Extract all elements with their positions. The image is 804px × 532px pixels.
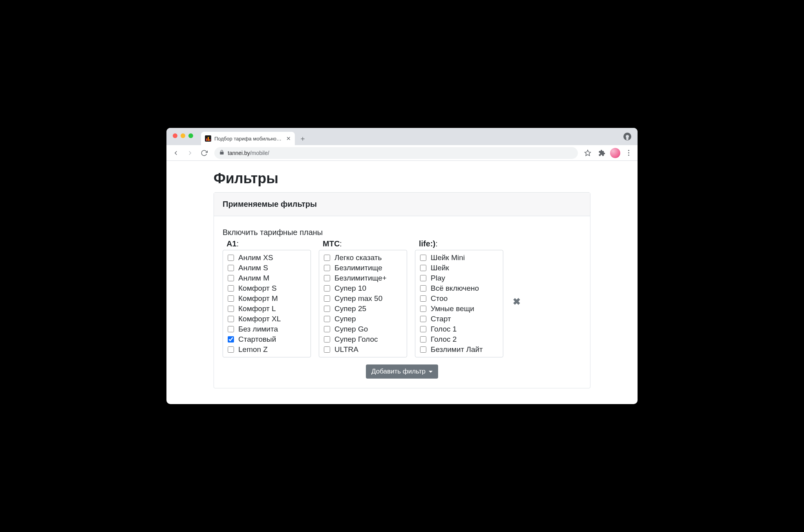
plan-label[interactable]: Супер bbox=[334, 315, 356, 323]
bookmark-star-button[interactable] bbox=[582, 147, 594, 159]
plan-checkbox[interactable] bbox=[420, 306, 426, 312]
add-filter-label: Добавить фильтр bbox=[371, 368, 426, 375]
plan-label[interactable]: Комфорт L bbox=[238, 304, 276, 313]
nav-back-button[interactable] bbox=[170, 147, 182, 159]
maximize-window-button[interactable] bbox=[188, 133, 193, 138]
plan-item: Безлимит Лайт bbox=[418, 344, 500, 355]
filters-card: Применяемые фильтры Включить тарифные пл… bbox=[214, 192, 590, 388]
plan-label[interactable]: Анлим M bbox=[238, 274, 269, 282]
plan-checkbox[interactable] bbox=[228, 265, 234, 271]
plan-item: Супер Go bbox=[322, 324, 404, 334]
plan-item: Шейк Mini bbox=[418, 253, 500, 263]
plan-label[interactable]: Комфорт S bbox=[238, 284, 277, 293]
plan-label[interactable]: Легко сказать bbox=[334, 253, 382, 262]
plan-item: Анлим XS bbox=[226, 253, 307, 263]
plan-checkbox[interactable] bbox=[228, 346, 234, 353]
plan-checkbox[interactable] bbox=[420, 275, 426, 281]
plan-checkbox[interactable] bbox=[420, 316, 426, 322]
plan-label[interactable]: Анлим S bbox=[238, 264, 268, 272]
browser-tab[interactable]: Подбор тарифа мобильного о ✕ bbox=[201, 132, 295, 145]
plan-item: Голос 2 bbox=[418, 334, 500, 344]
minimize-window-button[interactable] bbox=[181, 133, 185, 138]
card-header: Применяемые фильтры bbox=[214, 193, 590, 216]
plan-checkbox[interactable] bbox=[324, 295, 330, 302]
plan-label[interactable]: Голос 2 bbox=[431, 335, 457, 344]
plan-checkbox[interactable] bbox=[228, 285, 234, 292]
plan-checkbox[interactable] bbox=[420, 295, 426, 302]
plan-checkbox[interactable] bbox=[228, 295, 234, 302]
plan-label[interactable]: ULTRA bbox=[334, 345, 358, 354]
plan-label[interactable]: Супер max 50 bbox=[334, 294, 382, 303]
plan-label[interactable]: Стартовый bbox=[238, 335, 276, 344]
plan-label[interactable]: Умные вещи bbox=[431, 304, 474, 313]
plan-label[interactable]: Супер Go bbox=[334, 325, 368, 333]
reload-button[interactable] bbox=[198, 147, 210, 159]
close-window-button[interactable] bbox=[173, 133, 177, 138]
remove-filter-button[interactable]: ✖ bbox=[513, 296, 521, 307]
nav-forward-button[interactable] bbox=[184, 147, 196, 159]
close-tab-button[interactable]: ✕ bbox=[286, 136, 291, 141]
plan-checkbox[interactable] bbox=[420, 265, 426, 271]
plan-item: Старт bbox=[418, 314, 500, 324]
plan-checkbox[interactable] bbox=[324, 275, 330, 281]
plan-checkbox[interactable] bbox=[228, 336, 234, 343]
profile-icon[interactable] bbox=[623, 133, 631, 140]
plan-label[interactable]: Супер 10 bbox=[334, 284, 366, 293]
plan-checkbox[interactable] bbox=[324, 316, 330, 322]
extensions-button[interactable] bbox=[596, 147, 608, 159]
plan-label[interactable]: Комфорт XL bbox=[238, 315, 281, 323]
plan-item: Комфорт XL bbox=[226, 314, 307, 324]
plan-label[interactable]: Безлимитище+ bbox=[334, 274, 387, 282]
new-tab-button[interactable]: ＋ bbox=[297, 133, 308, 144]
plan-checkbox[interactable] bbox=[228, 255, 234, 261]
plan-label[interactable]: Безлимит Лайт bbox=[431, 345, 483, 354]
plan-checkbox[interactable] bbox=[324, 326, 330, 332]
svg-marker-0 bbox=[585, 150, 591, 155]
plan-label[interactable]: Голос 1 bbox=[431, 325, 457, 333]
plan-item: Супер max 50 bbox=[322, 293, 404, 304]
plan-checkbox[interactable] bbox=[420, 346, 426, 353]
tab-title: Подбор тарифа мобильного о bbox=[214, 136, 283, 142]
plan-checkbox[interactable] bbox=[324, 285, 330, 292]
add-filter-button[interactable]: Добавить фильтр bbox=[366, 364, 438, 379]
plan-label[interactable]: Старт bbox=[431, 315, 451, 323]
plan-checkbox[interactable] bbox=[228, 326, 234, 332]
plan-label[interactable]: Шейк bbox=[431, 264, 449, 272]
plan-checkbox[interactable] bbox=[420, 326, 426, 332]
plan-label[interactable]: Play bbox=[431, 274, 445, 282]
plan-checkbox[interactable] bbox=[324, 346, 330, 353]
plan-item: Анлим M bbox=[226, 273, 307, 283]
plan-checkbox[interactable] bbox=[228, 316, 234, 322]
plan-label[interactable]: Комфорт M bbox=[238, 294, 278, 303]
plan-checkbox[interactable] bbox=[420, 285, 426, 292]
plan-checkbox[interactable] bbox=[228, 275, 234, 281]
plan-item: Голос 1 bbox=[418, 324, 500, 334]
plan-label[interactable]: Lemon Z bbox=[238, 345, 268, 354]
plan-label[interactable]: Стоо bbox=[431, 294, 448, 303]
chevron-down-icon bbox=[429, 371, 433, 373]
plan-label[interactable]: Без лимита bbox=[238, 325, 278, 333]
plan-label[interactable]: Супер 25 bbox=[334, 304, 366, 313]
plan-checkbox[interactable] bbox=[324, 336, 330, 343]
plan-item: Стоо bbox=[418, 293, 500, 304]
plan-checkbox[interactable] bbox=[420, 336, 426, 343]
browser-menu-button[interactable] bbox=[623, 147, 634, 159]
plan-checkbox[interactable] bbox=[324, 255, 330, 261]
plan-label[interactable]: Супер Голос bbox=[334, 335, 378, 344]
plan-checkbox[interactable] bbox=[324, 265, 330, 271]
plan-checkbox[interactable] bbox=[228, 306, 234, 312]
plan-item: Супер bbox=[322, 314, 404, 324]
address-bar[interactable]: tannei.by/mobile/ bbox=[214, 147, 578, 159]
user-avatar[interactable] bbox=[610, 148, 620, 158]
plan-item: Без лимита bbox=[226, 324, 307, 334]
plan-item: Умные вещи bbox=[418, 304, 500, 314]
plan-checkbox[interactable] bbox=[420, 255, 426, 261]
plan-label[interactable]: Шейк Mini bbox=[431, 253, 465, 262]
plan-label[interactable]: Всё включено bbox=[431, 284, 479, 293]
site-favicon-icon bbox=[205, 135, 211, 142]
plan-list: Анлим XSАнлим SАнлим MКомфорт SКомфорт M… bbox=[223, 250, 311, 357]
plan-label[interactable]: Анлим XS bbox=[238, 253, 273, 262]
plan-list: Шейк MiniШейкPlayВсё включеноСтооУмные в… bbox=[415, 250, 503, 357]
plan-checkbox[interactable] bbox=[324, 306, 330, 312]
plan-label[interactable]: Безлимитище bbox=[334, 264, 382, 272]
